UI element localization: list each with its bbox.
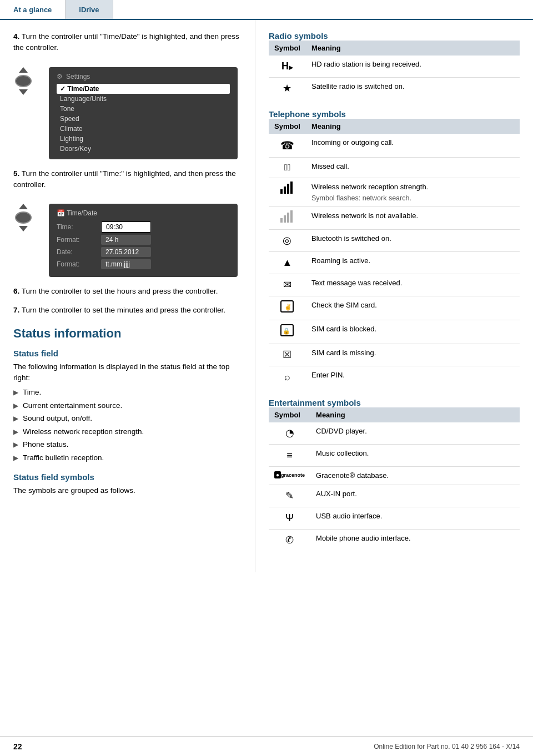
menu-item-tone: Tone <box>57 104 230 114</box>
timedate-row-format1: Format: 24 h <box>57 235 230 245</box>
radio-symbols-section: Radio symbols Symbol Meaning H▶ HD radio… <box>269 31 520 99</box>
table-row: ✆ Mobile phone audio interface. <box>269 529 520 551</box>
status-bullets: ▶Time. ▶Current entertainment source. ▶S… <box>13 386 242 465</box>
ent-meaning-cd: CD/DVD player. <box>310 422 520 445</box>
menu-item-speed: Speed <box>57 114 230 124</box>
svg-rect-6 <box>287 213 289 223</box>
reception-sub: Symbol flashes: network search. <box>311 194 411 202</box>
radio-symbol-hd: H▶ <box>269 56 306 78</box>
tab-idrive[interactable]: iDrive <box>66 0 113 19</box>
table-row: Wireless network is not available. <box>269 207 520 230</box>
ent-meaning-usb: USB audio interface. <box>310 507 520 529</box>
controller-knob-left2 <box>13 204 33 231</box>
step-7-number: 7. <box>13 306 19 314</box>
tel-symbol-text: ✉ <box>269 274 306 296</box>
table-row: ≡ Music collection. <box>269 445 520 467</box>
tel-symbol-no-network <box>269 207 306 230</box>
step-4-text: Turn the controller until "Time/Date" is… <box>13 32 239 52</box>
timedate-row-date: Date: 27.05.2012 <box>57 247 230 257</box>
svg-rect-1 <box>284 187 286 194</box>
radio-symbols-header: Radio symbols <box>269 31 520 41</box>
settings-title: ⚙ Settings <box>57 73 230 80</box>
table-row: ☒ SIM card is missing. <box>269 344 520 366</box>
ent-meaning-mobile: Mobile phone audio interface. <box>310 529 520 551</box>
menu-item-lighting: Lighting <box>57 134 230 144</box>
status-information-header: Status information <box>13 326 242 341</box>
svg-text:🔒: 🔒 <box>283 327 290 335</box>
knob-circle <box>15 75 32 87</box>
telephone-symbols-header: Telephone symbols <box>269 109 520 119</box>
menu-item-doors: Doors/Key <box>57 144 230 154</box>
controller-knob-left <box>13 67 33 95</box>
table-row: ✎ AUX-IN port. <box>269 485 520 507</box>
radio-col-symbol: Symbol <box>269 41 306 56</box>
ent-symbol-mobile: ✆ <box>269 529 310 551</box>
ent-meaning-music: Music collection. <box>310 445 520 467</box>
svg-rect-4 <box>280 218 283 223</box>
tel-meaning-check-sim: Check the SIM card. <box>306 296 520 320</box>
bullet-traffic: ▶Traffic bulletin reception. <box>13 451 242 465</box>
ent-symbol-gracenote: ●gracenote <box>269 467 310 485</box>
tab-at-a-glance[interactable]: At a glance <box>0 0 66 19</box>
step-7: 7. Turn the controller to set the minute… <box>13 305 242 316</box>
date-value: 27.05.2012 <box>101 247 151 257</box>
bullet-phone: ▶Phone status. <box>13 438 242 451</box>
gear-icon: ⚙ <box>57 73 63 80</box>
settings-screenshot-area: ⚙ Settings ✓ Time/Date Language/Units To… <box>13 62 242 168</box>
telephone-symbols-table: Symbol Meaning ☎ Incoming or outgoing ca… <box>269 119 520 388</box>
bullet-entertainment: ▶Current entertainment source. <box>13 399 242 412</box>
ent-col-symbol: Symbol <box>269 407 310 422</box>
status-field-header: Status field <box>13 349 242 358</box>
table-row: ◎ Bluetooth is switched on. <box>269 230 520 252</box>
page-number: 22 <box>13 742 22 751</box>
footer-text: Online Edition for Part no. 01 40 2 956 … <box>374 743 520 750</box>
tel-symbol-missing-sim: ☒ <box>269 344 306 366</box>
tel-meaning-reception: Wireless network reception strength. Sym… <box>306 178 520 207</box>
table-row: ☎ Incoming or outgoing call. <box>269 134 520 158</box>
timedate-title: 📅 Time/Date <box>57 209 230 217</box>
step-7-text: Turn the controller to set the minutes a… <box>22 306 225 314</box>
svg-text:✌: ✌ <box>284 303 292 311</box>
entertainment-symbols-header: Entertainment symbols <box>269 398 520 407</box>
tel-symbol-roaming: ▲ <box>269 252 306 274</box>
table-row: ◔ CD/DVD player. <box>269 422 520 445</box>
svg-rect-0 <box>280 189 283 194</box>
tel-col-symbol: Symbol <box>269 119 306 134</box>
timedate-screenshot-area: 📅 Time/Date Time: 09:30 Format: 24 h Dat… <box>13 198 242 286</box>
table-row: Wireless network reception strength. Sym… <box>269 178 520 207</box>
format1-label: Format: <box>57 236 101 244</box>
tel-meaning-blocked-sim: SIM card is blocked. <box>306 320 520 344</box>
table-row: 🔒 SIM card is blocked. <box>269 320 520 344</box>
radio-symbol-satellite: ★ <box>269 78 306 100</box>
table-row: ✉ Text message was received. <box>269 274 520 296</box>
timedate-row-time: Time: 09:30 <box>57 221 230 233</box>
entertainment-symbols-table: Symbol Meaning ◔ CD/DVD player. ≡ Music … <box>269 407 520 551</box>
status-field-symbols-desc: The symbols are grouped as follows. <box>13 485 242 496</box>
ent-symbol-music: ≡ <box>269 445 310 467</box>
tel-symbol-reception <box>269 178 306 207</box>
step-4-number: 4. <box>13 32 19 41</box>
ent-symbol-usb: Ψ <box>269 507 310 529</box>
calendar-icon: 📅 <box>57 209 65 217</box>
tel-col-meaning: Meaning <box>306 119 520 134</box>
ent-meaning-gracenote: Gracenote® database. <box>310 467 520 485</box>
arrow-up-icon2 <box>19 204 28 209</box>
step-4: 4. Turn the controller until "Time/Date"… <box>13 31 242 54</box>
bullet-arrow-icon3: ▶ <box>13 414 18 424</box>
bullet-arrow-icon5: ▶ <box>13 440 18 450</box>
table-row: ⌕ Enter PIN. <box>269 366 520 389</box>
radio-meaning-hd: HD radio station is being received. <box>306 56 520 78</box>
arrow-down-icon2 <box>19 226 28 231</box>
table-row: ●gracenote Gracenote® database. <box>269 467 520 485</box>
arrow-up-icon <box>19 67 28 73</box>
telephone-symbols-section: Telephone symbols Symbol Meaning ☎ Incom… <box>269 109 520 388</box>
tel-meaning-call: Incoming or outgoing call. <box>306 134 520 158</box>
svg-rect-2 <box>287 184 289 194</box>
knob-circle2 <box>15 211 32 224</box>
svg-rect-5 <box>284 215 286 223</box>
radio-col-meaning: Meaning <box>306 41 520 56</box>
bullet-time: ▶Time. <box>13 386 242 399</box>
table-row: ★ Satellite radio is switched on. <box>269 78 520 100</box>
table-row: ▲ Roaming is active. <box>269 252 520 274</box>
tel-symbol-bluetooth: ◎ <box>269 230 306 252</box>
